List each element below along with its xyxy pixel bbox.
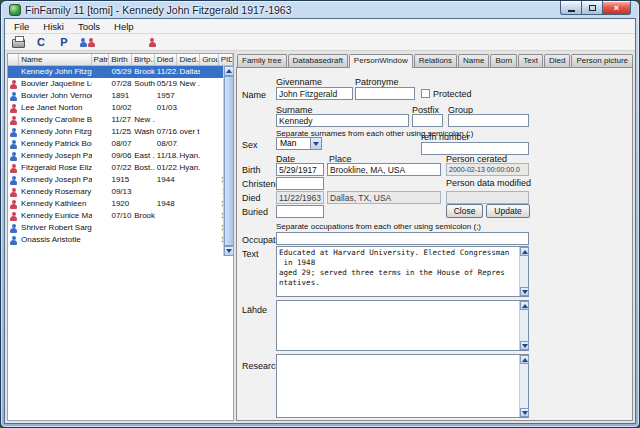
sex-value: Man	[280, 138, 297, 148]
buried-label: Buried	[242, 207, 268, 217]
researcher-scrollbar[interactable]	[519, 355, 528, 417]
cell-diedplace	[178, 174, 201, 186]
group-input[interactable]	[448, 114, 529, 127]
postfix-input[interactable]	[412, 114, 443, 127]
table-row[interactable]: Kennedy Joseph Patr...1915194410	[8, 174, 233, 186]
table-row[interactable]: Bouvier Jaqueline Lee07/28...South...05/…	[8, 78, 233, 90]
givenname-input[interactable]	[276, 87, 353, 100]
cell-name: Fitzgerald Rose Elizab...	[19, 162, 92, 174]
cell-gender	[8, 186, 19, 198]
researcher-source-content	[279, 356, 517, 416]
table-row[interactable]: Kennedy Kathleen1920194812	[8, 198, 233, 210]
tab-name[interactable]: Name	[458, 54, 489, 67]
header-birth[interactable]: Birth	[109, 54, 132, 65]
patronyme-input[interactable]	[355, 87, 415, 100]
cell-diedplace	[178, 186, 201, 198]
tab-family-tree[interactable]: Family tree	[237, 54, 287, 67]
scroll-up-button[interactable]	[224, 66, 234, 76]
cell-diedplace	[178, 222, 201, 234]
tab-person-picture[interactable]: Person picture	[571, 54, 633, 67]
scrollbar-thumb[interactable]	[224, 76, 234, 246]
cell-group	[200, 138, 218, 150]
occupation-input[interactable]	[276, 232, 529, 245]
table-row[interactable]: Kennedy Joseph Patrick09/06...East ...11…	[8, 150, 233, 162]
header-birthplace[interactable]: Birtp...	[132, 54, 155, 65]
maximize-button[interactable]	[581, 1, 602, 15]
cell-died: 1944	[155, 174, 178, 186]
surname-input[interactable]	[276, 114, 409, 127]
text-content: Educated at Harvard University. Elected …	[279, 248, 517, 295]
table-row[interactable]: Kennedy Rosemary09/13...11	[8, 186, 233, 198]
menu-help[interactable]: Help	[107, 20, 141, 33]
scroll-up-button[interactable]	[520, 355, 529, 364]
scroll-down-button[interactable]	[520, 341, 529, 350]
header-diedplace[interactable]: Died...	[177, 54, 200, 65]
header-died[interactable]: Died	[155, 54, 178, 65]
cell-died: 1957	[155, 90, 178, 102]
cell-patr	[92, 198, 110, 210]
cell-diedplace	[178, 90, 201, 102]
table-row[interactable]: Kennedy Caroline Bou...11/27...New ...5	[8, 114, 233, 126]
cell-group	[200, 126, 218, 138]
source-scrollbar[interactable]	[519, 301, 528, 350]
christened-date-input[interactable]	[276, 177, 324, 190]
menu-tools[interactable]: Tools	[71, 20, 107, 33]
menu-hiski[interactable]: Hiski	[36, 20, 71, 33]
scroll-down-button[interactable]	[520, 287, 529, 296]
table-row[interactable]: Shriver Robert Sarge...14	[8, 222, 233, 234]
protected-checkbox[interactable]	[421, 89, 430, 98]
female-icon	[10, 164, 18, 173]
print-button[interactable]	[10, 35, 26, 50]
header-group[interactable]: Group	[200, 54, 219, 65]
female-icon	[10, 188, 18, 197]
sex-select[interactable]: Man	[276, 137, 322, 150]
buried-date-input[interactable]	[276, 205, 324, 218]
tab-born[interactable]: Born	[490, 54, 517, 67]
menu-file[interactable]: File	[7, 20, 36, 33]
died-date-input[interactable]	[276, 191, 324, 204]
header-name[interactable]: Name	[19, 54, 91, 65]
update-button[interactable]: Update	[486, 204, 530, 218]
scroll-down-button[interactable]	[224, 246, 234, 256]
header-pid[interactable]: PID	[219, 54, 233, 65]
birth-place-input[interactable]	[327, 163, 441, 176]
text-scrollbar[interactable]	[519, 247, 528, 296]
tab-relations[interactable]: Relations	[414, 54, 457, 67]
cell-gender	[8, 234, 19, 246]
table-row[interactable]: Kennedy John Fitzger...05/29...Brookl...…	[8, 66, 233, 78]
person-button[interactable]	[144, 35, 160, 50]
app-window: FinFamily 11 [tomi] - Kennedy John Fitzg…	[0, 0, 640, 428]
died-place-input[interactable]	[327, 191, 441, 204]
tab-died[interactable]: Died	[544, 54, 570, 67]
birth-date-input[interactable]	[276, 163, 324, 176]
header-patronyme[interactable]: Patr...	[92, 54, 110, 65]
title-bar[interactable]: FinFamily 11 [tomi] - Kennedy John Fitzg…	[4, 1, 636, 18]
minimize-button[interactable]	[560, 1, 581, 15]
close-form-button[interactable]: Close	[446, 204, 483, 218]
scroll-up-button[interactable]	[520, 247, 529, 256]
male-icon	[10, 152, 18, 161]
tab-personwindow[interactable]: PersonWindow	[349, 54, 413, 68]
table-row[interactable]: Bouvier John Vernou III189119573	[8, 90, 233, 102]
scroll-down-button[interactable]	[520, 408, 529, 417]
scroll-up-button[interactable]	[520, 301, 529, 310]
p-button[interactable]: P	[56, 35, 72, 50]
table-row[interactable]: Kennedy Patrick Bouv...08/07...08/07...7	[8, 138, 233, 150]
family-button[interactable]	[79, 35, 95, 50]
tab-databasedraft[interactable]: Databasedraft	[288, 54, 348, 67]
cell-birth: 1891	[109, 90, 132, 102]
close-button[interactable]: ×	[602, 1, 631, 15]
table-row[interactable]: Fitzgerald Rose Elizab...07/22...Bost...…	[8, 162, 233, 174]
table-row[interactable]: Kennedy John Fitzger...11/25...Wash...07…	[8, 126, 233, 138]
cell-name: Bouvier Jaqueline Lee	[19, 78, 92, 90]
tab-text[interactable]: Text	[518, 54, 543, 67]
header-icon[interactable]	[8, 54, 19, 65]
c-button[interactable]: C	[33, 35, 49, 50]
table-row[interactable]: Lee Janet Norton10/02...01/03...4	[8, 102, 233, 114]
text-textarea[interactable]: Educated at Harvard University. Elected …	[276, 246, 529, 297]
researcher-source-textarea[interactable]	[276, 354, 529, 418]
source-textarea[interactable]	[276, 300, 529, 351]
table-row[interactable]: Kennedy Eunice Mary...07/10...Brookl...1…	[8, 210, 233, 222]
table-scrollbar[interactable]	[223, 66, 233, 256]
table-row[interactable]: Onassis Aristotle15	[8, 234, 233, 246]
